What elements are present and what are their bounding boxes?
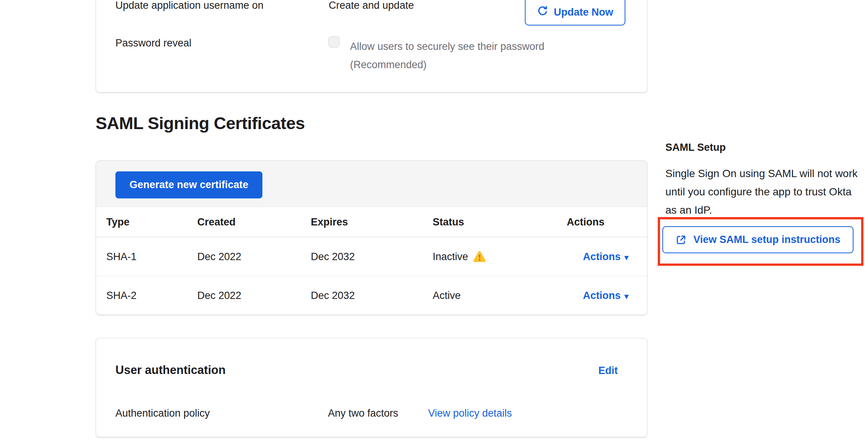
- user-authentication-title: User authentication: [115, 363, 225, 377]
- generate-certificate-button[interactable]: Generate new certificate: [115, 171, 262, 198]
- edit-link[interactable]: Edit: [598, 365, 618, 377]
- header-created: Created: [197, 216, 236, 228]
- update-now-label: Update Now: [554, 6, 613, 18]
- saml-setup-title: SAML Setup: [665, 142, 726, 153]
- warning-icon: [473, 251, 486, 262]
- cell-type: SHA-2: [106, 290, 137, 302]
- external-link-icon: [675, 234, 687, 246]
- cell-expires: Dec 2032: [311, 290, 355, 302]
- password-reveal-checkbox-label: Allow users to securely see their passwo…: [350, 37, 571, 74]
- username-update-value: Create and update: [329, 0, 414, 11]
- status-text: Active: [433, 290, 461, 302]
- row-actions-dropdown[interactable]: Actions ▾: [583, 251, 628, 262]
- status-text: Inactive: [433, 251, 468, 262]
- update-now-button[interactable]: Update Now: [525, 0, 625, 26]
- header-type: Type: [106, 216, 129, 228]
- cell-status: Inactive: [433, 251, 486, 262]
- view-saml-instructions-button[interactable]: View SAML setup instructions: [662, 226, 854, 253]
- actions-label: Actions: [583, 290, 620, 302]
- view-saml-instructions-label: View SAML setup instructions: [693, 234, 840, 246]
- saml-certificates-heading: SAML Signing Certificates: [96, 113, 305, 133]
- cell-expires: Dec 2032: [311, 251, 355, 262]
- authentication-policy-label: Authentication policy: [115, 407, 210, 419]
- actions-label: Actions: [583, 251, 620, 262]
- table-row-sha2: SHA-2 Dec 2022 Dec 2032 Active Actions ▾: [96, 276, 647, 315]
- cell-status: Active: [433, 290, 461, 302]
- cell-created: Dec 2022: [197, 251, 241, 262]
- password-reveal-label: Password reveal: [115, 37, 192, 49]
- sign-on-settings-card: Update application username on Create an…: [96, 0, 647, 93]
- cell-created: Dec 2022: [197, 290, 241, 302]
- header-actions: Actions: [567, 216, 604, 228]
- caret-down-icon: ▾: [624, 253, 628, 261]
- refresh-icon: [537, 5, 548, 19]
- saml-setup-description: Single Sign On using SAML will not work …: [665, 165, 865, 219]
- password-reveal-checkbox[interactable]: [328, 36, 340, 48]
- row-actions-dropdown[interactable]: Actions ▾: [583, 290, 628, 302]
- view-policy-details-link[interactable]: View policy details: [428, 407, 512, 419]
- header-status: Status: [433, 216, 464, 228]
- header-expires: Expires: [311, 216, 348, 228]
- authentication-policy-value: Any two factors: [328, 407, 398, 419]
- username-update-label: Update application username on: [115, 0, 264, 11]
- caret-down-icon: ▾: [624, 292, 628, 300]
- table-row-sha1: SHA-1 Dec 2022 Dec 2032 Inactive Actions…: [96, 237, 647, 276]
- user-authentication-card: User authentication Edit Authentication …: [96, 338, 647, 437]
- okta-app-settings-page: Update application username on Create an…: [0, 0, 868, 441]
- saml-certificates-card: Generate new certificate Type Created Ex…: [96, 160, 647, 315]
- certificates-table-header: Type Created Expires Status Actions: [96, 207, 647, 237]
- cell-type: SHA-1: [106, 251, 137, 262]
